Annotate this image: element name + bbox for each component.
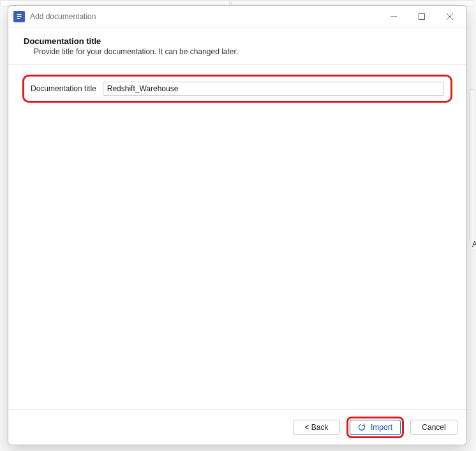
documentation-title-input[interactable] — [103, 82, 444, 96]
document-icon — [13, 11, 25, 22]
import-icon — [358, 424, 367, 431]
header-subtitle: Provide title for your documentation. It… — [24, 47, 451, 56]
add-documentation-dialog: Add documentation Documentation title Pr… — [8, 5, 467, 445]
cancel-button[interactable]: Cancel — [410, 420, 457, 435]
svg-rect-5 — [419, 13, 425, 19]
back-button-label: < Back — [304, 423, 328, 432]
maximize-button[interactable] — [408, 7, 436, 26]
dialog-body: Documentation title — [8, 64, 466, 410]
window-title: Add documentation — [30, 12, 380, 21]
background-column-header: A — [472, 240, 476, 249]
back-button[interactable]: < Back — [293, 420, 340, 435]
title-field-label: Documentation title — [31, 84, 96, 93]
close-button[interactable] — [436, 7, 464, 26]
minimize-button[interactable] — [380, 7, 408, 26]
import-button-label: Import — [371, 423, 392, 432]
cancel-button-label: Cancel — [422, 423, 445, 432]
bg-cell — [469, 89, 475, 242]
svg-rect-1 — [17, 14, 22, 15]
dialog-header: Documentation title Provide title for yo… — [8, 27, 466, 60]
import-button[interactable]: Import — [350, 420, 401, 435]
dialog-footer: < Back Import Cancel — [8, 410, 466, 445]
window-controls — [380, 7, 464, 26]
titlebar: Add documentation — [8, 6, 466, 27]
import-button-highlight: Import — [346, 417, 404, 438]
svg-rect-2 — [17, 16, 22, 17]
title-field-highlight: Documentation title — [22, 75, 452, 103]
header-title: Documentation title — [24, 36, 451, 46]
svg-rect-3 — [17, 18, 20, 19]
